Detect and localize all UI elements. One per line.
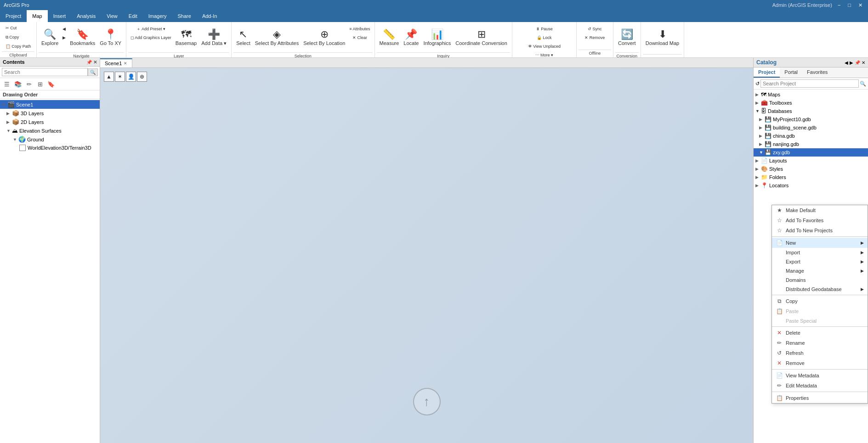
catalog-tab-favorites[interactable]: Favorites bbox=[802, 67, 832, 78]
tree-item-3dlayers[interactable]: ▶ 📦 3D Layers bbox=[0, 109, 100, 118]
tree-item-worldelevation[interactable]: WorldElevation3D/Terrain3D bbox=[0, 144, 100, 152]
tab-insert[interactable]: Insert bbox=[48, 10, 72, 22]
tab-map[interactable]: Map bbox=[27, 10, 47, 22]
catalog-back-icon[interactable]: ◀ bbox=[845, 60, 848, 65]
catalog-close-icon[interactable]: ✕ bbox=[862, 60, 865, 65]
close-btn[interactable]: ✕ bbox=[857, 2, 864, 8]
table-icon[interactable]: ⊞ bbox=[35, 79, 45, 89]
minimize-btn[interactable]: − bbox=[836, 2, 842, 8]
download-map-button[interactable]: ⬇ Download Map bbox=[644, 24, 681, 51]
zoom-to-extent-btn[interactable]: ⊕ bbox=[137, 72, 147, 82]
measure-button[interactable]: 📏 Measure bbox=[378, 24, 401, 51]
contents-search-button[interactable]: 🔍 bbox=[88, 68, 98, 76]
ctx-domains[interactable]: Domains bbox=[772, 275, 868, 285]
add-graphics-button[interactable]: ◻ Add Graphics Layer bbox=[129, 34, 173, 42]
person-btn[interactable]: 👤 bbox=[126, 72, 136, 82]
ctx-properties[interactable]: 📋 Properties bbox=[772, 393, 868, 403]
pause-button[interactable]: ⏸ Pause bbox=[527, 25, 562, 33]
ctx-delete[interactable]: ✕ Delete bbox=[772, 328, 868, 338]
bookmarks-button[interactable]: 🔖 Bookmarks bbox=[68, 24, 97, 51]
lock-button[interactable]: 🔒 Lock bbox=[527, 34, 562, 42]
cat-item-zxy[interactable]: ▼ 💾 zxy.gdb bbox=[754, 148, 868, 157]
cat-item-toolboxes[interactable]: ▶ 🧰 Toolboxes bbox=[754, 99, 868, 107]
catalog-pin-icon[interactable]: 📌 bbox=[855, 60, 860, 65]
scene1-tab[interactable]: Scene1 ✕ bbox=[100, 58, 132, 67]
cat-item-databases[interactable]: ▼ 🗄 Databases bbox=[754, 107, 868, 115]
tab-imagery[interactable]: Imagery bbox=[143, 10, 172, 22]
back-button[interactable]: ◀ bbox=[61, 25, 67, 33]
tab-addin[interactable]: Add-In bbox=[197, 10, 222, 22]
draw-icon[interactable]: ✏ bbox=[24, 79, 34, 89]
ctx-refresh[interactable]: ↺ Refresh bbox=[772, 348, 868, 358]
ctx-remove[interactable]: ✕ Remove bbox=[772, 358, 868, 368]
compass[interactable]: ↑ bbox=[413, 388, 441, 415]
cat-item-styles[interactable]: ▶ 🎨 Styles bbox=[754, 165, 868, 173]
cat-item-maps[interactable]: ▶ 🗺 Maps bbox=[754, 90, 868, 99]
catalog-tab-portal[interactable]: Portal bbox=[780, 67, 802, 78]
catalog-search-go-icon[interactable]: 🔍 bbox=[860, 81, 866, 87]
tab-share[interactable]: Share bbox=[172, 10, 197, 22]
scene1-tab-close[interactable]: ✕ bbox=[124, 61, 127, 66]
zoom-in-btn[interactable]: ▲ bbox=[104, 72, 114, 82]
ctx-make-default[interactable]: ★ Make Default bbox=[772, 205, 868, 215]
add-preset-button[interactable]: ＋ Add Preset ▾ bbox=[129, 25, 173, 33]
cat-item-folders[interactable]: ▶ 📁 Folders bbox=[754, 173, 868, 181]
rotate-left-btn[interactable]: ✶ bbox=[115, 72, 125, 82]
convert-button[interactable]: 🔄 Convert bbox=[616, 24, 638, 51]
copy-button[interactable]: ⧉ Copy bbox=[4, 33, 21, 41]
list-view-icon[interactable]: ☰ bbox=[2, 79, 12, 89]
ctx-manage[interactable]: Manage ▶ bbox=[772, 266, 868, 275]
select-by-attr-button[interactable]: ◈ Select By Attributes bbox=[253, 24, 301, 51]
catalog-search-input[interactable] bbox=[760, 79, 859, 88]
goto-xy-button[interactable]: 📍 Go To XY bbox=[98, 24, 123, 51]
ctx-import[interactable]: Import ▶ bbox=[772, 248, 868, 257]
cat-item-china[interactable]: ▶ 💾 china.gdb bbox=[754, 132, 868, 140]
worldelevation-check[interactable] bbox=[19, 145, 26, 151]
coord-conversion-button[interactable]: ⊞ Coordinate Conversion bbox=[454, 24, 509, 51]
view-unplaced-button[interactable]: 👁 View Unplaced bbox=[527, 42, 562, 50]
tab-project[interactable]: Project bbox=[0, 10, 27, 22]
ctx-distributed-gdb[interactable]: Distributed Geodatabase ▶ bbox=[772, 285, 868, 294]
catalog-tab-project[interactable]: Project bbox=[754, 67, 780, 78]
sync-button[interactable]: ↺ Sync bbox=[583, 25, 606, 33]
select-button[interactable]: ↖ Select bbox=[234, 24, 252, 51]
map-canvas[interactable]: ▲ ✶ 👤 ⊕ ↑ bbox=[100, 68, 753, 443]
ctx-rename[interactable]: ✏ Rename bbox=[772, 338, 868, 348]
tree-item-2dlayers[interactable]: ▶ 📦 2D Layers bbox=[0, 118, 100, 126]
locate-button[interactable]: 📌 Locate bbox=[402, 24, 420, 51]
layer-icon[interactable]: 📚 bbox=[13, 79, 23, 89]
maximize-btn[interactable]: □ bbox=[846, 2, 853, 8]
contents-search-input[interactable] bbox=[2, 68, 88, 76]
ctx-export[interactable]: Export ▶ bbox=[772, 257, 868, 266]
attributes-button[interactable]: ≡ Attributes bbox=[348, 25, 371, 33]
tab-analysis[interactable]: Analysis bbox=[71, 10, 101, 22]
catalog-forward-icon[interactable]: ▶ bbox=[850, 60, 853, 65]
clear-button[interactable]: ✕ Clear bbox=[348, 34, 371, 42]
ctx-add-to-new-projects[interactable]: ☆ Add To New Projects bbox=[772, 225, 868, 236]
add-data-button[interactable]: ➕ Add Data ▾ bbox=[199, 24, 228, 51]
contents-close-icon[interactable]: ✕ bbox=[93, 60, 97, 65]
contents-pin-icon[interactable]: 📌 bbox=[86, 60, 92, 65]
copy-path-button[interactable]: 📋 Copy Path bbox=[4, 42, 33, 50]
remove-offline-button[interactable]: ✕ Remove bbox=[583, 34, 606, 42]
tree-item-ground[interactable]: ▼ 🌍 Ground bbox=[0, 135, 100, 144]
cat-item-building-scene[interactable]: ▶ 💾 building_scene.gdb bbox=[754, 123, 868, 132]
cat-item-nanjing[interactable]: ▶ 💾 nanjing.gdb bbox=[754, 140, 868, 148]
tab-edit[interactable]: Edit bbox=[123, 10, 143, 22]
cat-item-layouts[interactable]: ▶ 📄 Layouts bbox=[754, 157, 868, 165]
tree-item-scene1[interactable]: ▼ 🎬 Scene1 bbox=[0, 100, 100, 109]
bookmark-contents-icon[interactable]: 🔖 bbox=[46, 79, 56, 89]
infographics-button[interactable]: 📊 Infographics bbox=[421, 24, 453, 51]
cat-item-myproject10[interactable]: ▶ 💾 MyProject10.gdb bbox=[754, 115, 868, 123]
catalog-search-refresh-icon[interactable]: ↺ bbox=[755, 81, 760, 87]
ctx-add-to-favorites[interactable]: ☆ Add To Favorites bbox=[772, 215, 868, 225]
ctx-new[interactable]: 📄 New ▶ bbox=[772, 238, 868, 248]
explore-button[interactable]: 🔍 Explore bbox=[40, 24, 60, 51]
ctx-view-metadata[interactable]: 📄 View Metadata bbox=[772, 370, 868, 381]
ctx-copy[interactable]: ⧉ Copy bbox=[772, 296, 868, 306]
forward-button[interactable]: ▶ bbox=[61, 34, 67, 42]
select-by-loc-button[interactable]: ⊕ Select By Location bbox=[301, 24, 347, 51]
tab-view[interactable]: View bbox=[101, 10, 123, 22]
ctx-edit-metadata[interactable]: ✏ Edit Metadata bbox=[772, 381, 868, 391]
basemap-button[interactable]: 🗺 Basemap bbox=[174, 24, 199, 51]
